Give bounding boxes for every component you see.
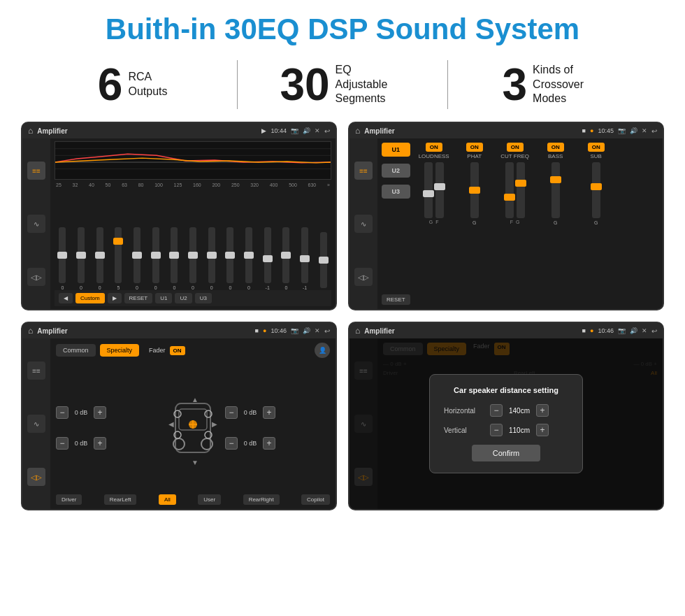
eq-sidebar-btn-vol[interactable]: ◁▷: [27, 268, 45, 286]
fader-bottom-bar: Driver RearLeft All User RearRight Copil…: [56, 494, 330, 505]
fader-val-bl: 0 dB: [71, 440, 91, 447]
eq-slider-10[interactable]: 0: [241, 227, 257, 290]
eq-sidebar-btn-eq[interactable]: ≡≡: [27, 162, 45, 180]
fader-rearleft-btn[interactable]: RearLeft: [104, 494, 137, 505]
xover-channels: U1 U2 U3 RESET: [382, 143, 410, 305]
bass-slider[interactable]: [551, 162, 560, 218]
home-icon-1[interactable]: ⌂: [28, 126, 33, 136]
home-icon-3[interactable]: ⌂: [28, 326, 33, 336]
eq-slider-6[interactable]: 0: [166, 227, 182, 290]
volume-icon-2: 🔊: [630, 127, 637, 134]
eq-slider-14[interactable]: [315, 232, 331, 290]
xover-ch-u3[interactable]: U3: [382, 185, 410, 199]
sub-on-btn[interactable]: ON: [588, 143, 605, 152]
eq-play-btn[interactable]: ▶: [108, 293, 122, 303]
fader-sidebar-btn-vol[interactable]: ◁▷: [27, 468, 45, 486]
xover-reset-btn[interactable]: RESET: [382, 294, 410, 305]
eq-slider-0[interactable]: 0: [55, 227, 71, 290]
back-icon-1[interactable]: ↩: [324, 127, 330, 135]
fader-all-btn[interactable]: All: [159, 494, 176, 505]
svg-text:▲: ▲: [192, 396, 199, 403]
xover-phat: ON PHAT G: [456, 143, 493, 305]
eq-slider-7[interactable]: 0: [185, 227, 201, 290]
home-icon-2[interactable]: ⌂: [355, 126, 360, 136]
eq-u1-btn[interactable]: U1: [155, 293, 172, 303]
dialog-horizontal-plus[interactable]: +: [536, 404, 549, 417]
dialog-confirm-button[interactable]: Confirm: [472, 445, 541, 461]
xover-sidebar-btn-eq[interactable]: ≡≡: [354, 162, 373, 180]
fader-minus-tl[interactable]: −: [56, 406, 68, 419]
cutfreq-slider-f[interactable]: [505, 162, 514, 218]
fader-tab-specialty[interactable]: Specialty: [100, 344, 140, 357]
xover-ch-u1[interactable]: U1: [382, 143, 410, 157]
screen-title-1: Amplifier: [37, 127, 257, 135]
dialog-vertical-control: − 110cm +: [490, 424, 549, 436]
fader-plus-bl[interactable]: +: [94, 437, 106, 450]
eq-u2-btn[interactable]: U2: [175, 293, 192, 303]
sub-slider[interactable]: [592, 162, 600, 218]
back-icon-3[interactable]: ↩: [324, 327, 330, 335]
xover-sidebar-btn-vol[interactable]: ◁▷: [354, 268, 373, 286]
xover-ch-u2[interactable]: U2: [382, 164, 410, 178]
phat-on-btn[interactable]: ON: [466, 143, 483, 152]
back-icon-4[interactable]: ↩: [651, 327, 657, 335]
cutfreq-on-btn[interactable]: ON: [507, 143, 524, 152]
loudness-on-btn[interactable]: ON: [426, 143, 442, 152]
stat-label-rca: RCAOutputs: [128, 70, 167, 99]
screens-grid: ⌂ Amplifier ▶ 10:44 📷 🔊 ✕ ↩ ≡≡ ∿ ◁▷: [0, 119, 685, 517]
eq-slider-11[interactable]: -1: [259, 227, 275, 290]
time-2: 10:45: [598, 127, 614, 134]
eq-slider-13[interactable]: -1: [297, 227, 313, 290]
home-icon-4[interactable]: ⌂: [355, 326, 360, 336]
eq-prev-btn[interactable]: ◀: [59, 293, 73, 303]
fader-plus-br[interactable]: +: [263, 437, 275, 450]
fader-minus-bl[interactable]: −: [56, 437, 68, 450]
fader-tab-common[interactable]: Common: [56, 344, 96, 357]
fader-copilot-btn[interactable]: Copilot: [301, 494, 330, 505]
fader-user-btn[interactable]: User: [198, 494, 221, 505]
eq-main: 253240506380100125160200250320400500630»…: [50, 138, 336, 309]
phat-slider[interactable]: [470, 162, 479, 218]
fader-driver-btn[interactable]: Driver: [56, 494, 82, 505]
fader-minus-tr[interactable]: −: [225, 406, 238, 419]
fader-minus-br[interactable]: −: [225, 437, 238, 450]
bass-on-btn[interactable]: ON: [547, 143, 564, 152]
eq-sidebar-btn-wave[interactable]: ∿: [27, 215, 45, 233]
fader-plus-tl[interactable]: +: [94, 406, 106, 419]
dialog-horizontal-minus[interactable]: −: [490, 404, 503, 417]
fader-user-icon[interactable]: 👤: [315, 343, 330, 358]
xover-loudness: ON LOUDNESS G F: [416, 143, 452, 305]
fader-rearright-btn[interactable]: RearRight: [243, 494, 280, 505]
screen-title-2: Amplifier: [364, 127, 577, 135]
eq-slider-3[interactable]: 5: [110, 227, 127, 290]
eq-slider-2[interactable]: 0: [92, 227, 108, 290]
xover-sidebar-btn-wave[interactable]: ∿: [354, 215, 373, 233]
eq-reset-btn[interactable]: RESET: [124, 293, 153, 303]
phat-label: PHAT: [467, 153, 482, 159]
eq-slider-12[interactable]: 0: [278, 227, 294, 290]
eq-slider-9[interactable]: 0: [222, 227, 238, 290]
status-bar-2: ⌂ Amplifier ■ ● 10:45 📷 🔊 ✕ ↩: [349, 123, 663, 138]
close-icon-1: ✕: [315, 127, 320, 134]
eq-u3-btn[interactable]: U3: [195, 293, 212, 303]
back-icon-2[interactable]: ↩: [651, 127, 657, 135]
cutfreq-slider-g[interactable]: [517, 162, 525, 218]
loudness-slider-g[interactable]: [424, 162, 433, 218]
dialog-vertical-minus[interactable]: −: [490, 424, 503, 436]
stat-eq: 30 EQ AdjustableSegments: [238, 62, 447, 107]
eq-slider-5[interactable]: 0: [147, 227, 164, 290]
fader-sidebar-btn-eq[interactable]: ≡≡: [27, 361, 45, 380]
dialog-horizontal-value: 140cm: [505, 407, 533, 415]
eq-slider-1[interactable]: 0: [73, 227, 89, 290]
screen-title-4: Amplifier: [364, 327, 577, 335]
eq-slider-8[interactable]: 0: [203, 227, 219, 290]
dialog-vertical-plus[interactable]: +: [536, 424, 549, 436]
eq-slider-4[interactable]: 0: [129, 227, 145, 290]
loudness-slider-f[interactable]: [435, 162, 444, 218]
fader-sidebar-btn-wave[interactable]: ∿: [27, 415, 45, 433]
eq-custom-btn[interactable]: Custom: [75, 293, 105, 303]
fader-plus-tr[interactable]: +: [263, 406, 275, 419]
loudness-vals: G F: [429, 220, 439, 224]
fader-right-controls: − 0 dB + − 0 dB +: [225, 406, 330, 450]
eq-graph: [55, 141, 331, 180]
